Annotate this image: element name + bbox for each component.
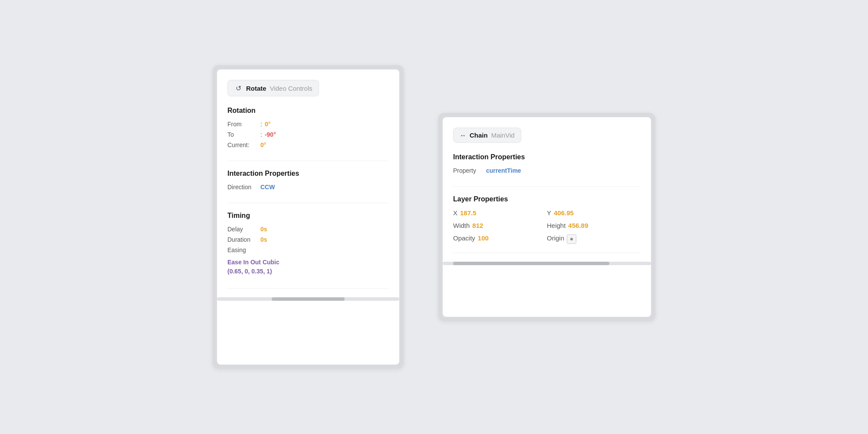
- chain-name: Chain: [470, 132, 488, 139]
- right-panel: ↔ Chain MainVid Interaction Properties P…: [438, 113, 655, 321]
- current-label: Current:: [227, 141, 258, 148]
- origin-label: Origin: [547, 234, 564, 242]
- left-panel-inner: ↺ Rotate Video Controls Rotation From : …: [217, 69, 399, 365]
- opacity-value: 100: [478, 234, 489, 242]
- origin-item: Origin: [547, 234, 641, 244]
- duration-value: 0s: [260, 236, 267, 243]
- easing-value: Ease In Out Cubic(0.65, 0, 0.35, 1): [227, 258, 279, 276]
- right-scrollbar-thumb[interactable]: [453, 262, 609, 265]
- left-interaction-title: Interaction Properties: [227, 170, 389, 178]
- rotate-name: Rotate: [246, 85, 266, 92]
- chain-header-pill[interactable]: ↔ Chain MainVid: [453, 128, 521, 143]
- to-colon: :: [260, 131, 262, 138]
- from-label: From: [227, 121, 258, 128]
- duration-row: Duration 0s: [227, 236, 389, 243]
- property-row: Property currentTime: [453, 167, 641, 174]
- y-item: Y 406.95: [547, 209, 641, 217]
- right-interaction-title: Interaction Properties: [453, 153, 641, 161]
- rotation-current-row: Current: 0°: [227, 141, 389, 148]
- current-value: 0°: [260, 141, 266, 148]
- left-interaction-section: Interaction Properties Direction CCW: [227, 170, 389, 203]
- layer-section: Layer Properties X 187.5 Y 406.95 Width …: [453, 195, 641, 253]
- width-item: Width 812: [453, 222, 547, 229]
- x-value: 187.5: [460, 209, 477, 217]
- to-value: -90°: [265, 131, 276, 138]
- rotation-from-row: From : 0°: [227, 121, 389, 128]
- duration-label: Duration: [227, 236, 258, 243]
- rotation-section: Rotation From : 0° To : -90° Current: 0°: [227, 107, 389, 161]
- left-scrollbar-thumb[interactable]: [272, 297, 345, 301]
- direction-row: Direction CCW: [227, 184, 389, 191]
- height-value: 456.89: [568, 222, 588, 229]
- easing-label: Easing: [227, 247, 258, 253]
- property-value: currentTime: [486, 167, 521, 174]
- height-item: Height 456.89: [547, 222, 641, 229]
- opacity-item: Opacity 100: [453, 234, 547, 244]
- chain-context: MainVid: [491, 132, 515, 139]
- rotate-icon: ↺: [234, 84, 243, 92]
- right-interaction-section: Interaction Properties Property currentT…: [453, 153, 641, 187]
- from-colon: :: [260, 121, 262, 128]
- rotate-header-pill[interactable]: ↺ Rotate Video Controls: [227, 80, 319, 96]
- timing-title: Timing: [227, 212, 389, 220]
- rotation-to-row: To : -90°: [227, 131, 389, 138]
- x-item: X 187.5: [453, 209, 547, 217]
- x-label: X: [453, 209, 457, 217]
- left-panel: ↺ Rotate Video Controls Rotation From : …: [213, 65, 404, 369]
- delay-value: 0s: [260, 226, 267, 233]
- width-value: 812: [472, 222, 483, 229]
- right-scrollbar-track[interactable]: [443, 262, 651, 265]
- rotate-context: Video Controls: [270, 85, 312, 92]
- right-panel-inner: ↔ Chain MainVid Interaction Properties P…: [443, 117, 651, 317]
- height-label: Height: [547, 222, 566, 229]
- origin-box[interactable]: [567, 234, 576, 244]
- width-label: Width: [453, 222, 470, 229]
- opacity-label: Opacity: [453, 234, 475, 242]
- y-value: 406.95: [554, 209, 574, 217]
- y-label: Y: [547, 209, 551, 217]
- delay-row: Delay 0s: [227, 226, 389, 233]
- layer-title: Layer Properties: [453, 195, 641, 203]
- from-value: 0°: [265, 121, 270, 128]
- layer-grid: X 187.5 Y 406.95 Width 812 Height 456.89: [453, 209, 641, 244]
- direction-label: Direction: [227, 184, 258, 191]
- property-label: Property: [453, 167, 483, 174]
- direction-value: CCW: [260, 184, 275, 191]
- timing-section: Timing Delay 0s Duration 0s Easing Ease …: [227, 212, 389, 289]
- delay-label: Delay: [227, 226, 258, 233]
- rotation-title: Rotation: [227, 107, 389, 115]
- origin-dot: [570, 238, 573, 240]
- easing-row: Easing Ease In Out Cubic(0.65, 0, 0.35, …: [227, 247, 389, 276]
- left-scrollbar-track[interactable]: [217, 297, 399, 301]
- chain-icon: ↔: [460, 132, 466, 139]
- to-label: To: [227, 131, 258, 138]
